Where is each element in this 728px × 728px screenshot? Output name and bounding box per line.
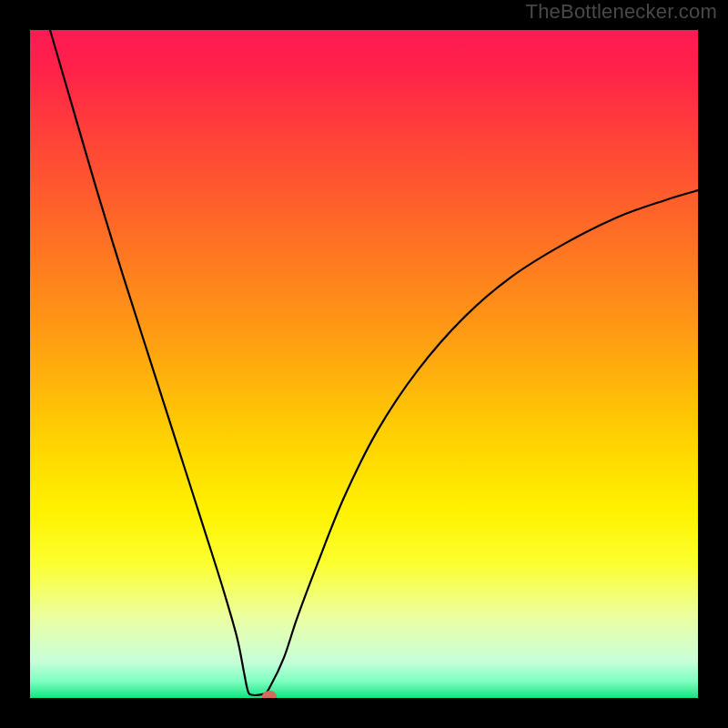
watermark-label: TheBottlenecker.com: [526, 0, 717, 24]
chart-frame: TheBottlenecker.com: [0, 0, 728, 728]
plot-area: [30, 30, 698, 698]
bottleneck-curve: [50, 30, 698, 695]
curve-layer: [30, 30, 698, 698]
optimal-point-marker: [262, 691, 277, 698]
